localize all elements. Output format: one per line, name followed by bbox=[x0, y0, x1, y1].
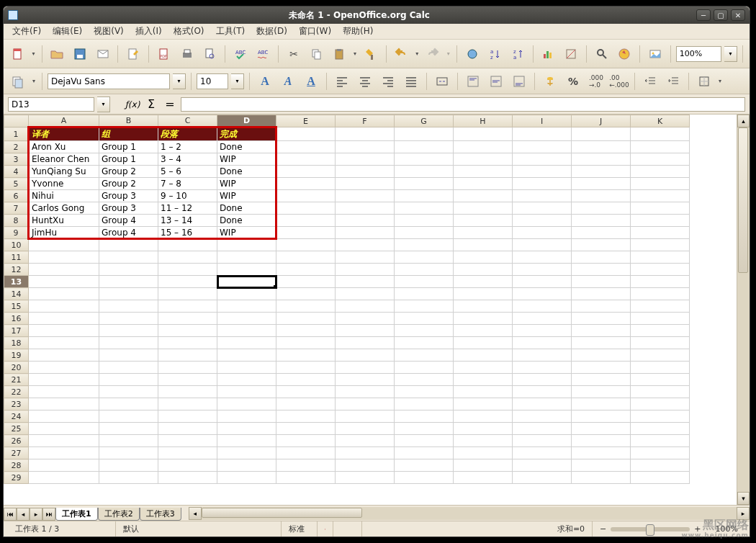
cell-F26[interactable] bbox=[336, 435, 395, 447]
cell-J24[interactable] bbox=[572, 410, 631, 423]
cell-E9[interactable] bbox=[276, 227, 336, 239]
select-all-corner[interactable] bbox=[4, 115, 29, 127]
cell-J10[interactable] bbox=[572, 239, 631, 251]
cell-D27[interactable] bbox=[217, 447, 276, 459]
cell-A22[interactable] bbox=[29, 386, 99, 398]
cell-K13[interactable] bbox=[631, 276, 690, 288]
cell-C26[interactable] bbox=[158, 435, 217, 447]
sum-button[interactable]: Σ bbox=[143, 97, 159, 112]
cell-G3[interactable] bbox=[395, 153, 454, 166]
cell-F5[interactable] bbox=[336, 178, 395, 190]
scroll-right-button[interactable]: ▸ bbox=[737, 507, 750, 520]
formula-input[interactable] bbox=[181, 97, 745, 112]
cell-E17[interactable] bbox=[276, 325, 336, 337]
cell-A28[interactable] bbox=[29, 459, 99, 472]
cell-H5[interactable] bbox=[454, 178, 513, 190]
cell-K16[interactable] bbox=[631, 313, 690, 325]
cell-B4[interactable]: Group 2 bbox=[99, 166, 158, 178]
cell-K8[interactable] bbox=[631, 215, 690, 227]
row-header-19[interactable]: 19 bbox=[4, 349, 29, 362]
cell-K20[interactable] bbox=[631, 362, 690, 374]
row-header-11[interactable]: 11 bbox=[4, 251, 29, 264]
cell-C7[interactable]: 11 – 12 bbox=[158, 202, 217, 215]
cell-A18[interactable] bbox=[29, 337, 99, 349]
cell-C11[interactable] bbox=[158, 251, 217, 264]
col-header-A[interactable]: A bbox=[29, 115, 99, 127]
cell-I17[interactable] bbox=[513, 325, 572, 337]
cell-I7[interactable] bbox=[513, 202, 572, 215]
cell-D13[interactable] bbox=[217, 276, 276, 288]
cell-H18[interactable] bbox=[454, 337, 513, 349]
cell-C15[interactable] bbox=[158, 300, 217, 313]
cell-J27[interactable] bbox=[572, 447, 631, 459]
cell-D8[interactable]: Done bbox=[217, 215, 276, 227]
cell-K5[interactable] bbox=[631, 178, 690, 190]
cell-D29[interactable] bbox=[217, 472, 276, 484]
cell-G21[interactable] bbox=[395, 374, 454, 386]
cell-I27[interactable] bbox=[513, 447, 572, 459]
row-header-26[interactable]: 26 bbox=[4, 435, 29, 447]
cell-A4[interactable]: YunQiang Su bbox=[29, 166, 99, 178]
tab-prev-button[interactable]: ◂ bbox=[17, 508, 30, 521]
cell-K28[interactable] bbox=[631, 459, 690, 472]
sheet-tab-1[interactable]: 工作表1 bbox=[55, 508, 98, 521]
cell-E6[interactable] bbox=[276, 190, 336, 202]
cell-I10[interactable] bbox=[513, 239, 572, 251]
row-header-22[interactable]: 22 bbox=[4, 386, 29, 398]
cell-K6[interactable] bbox=[631, 190, 690, 202]
row-header-23[interactable]: 23 bbox=[4, 398, 29, 410]
cell-G25[interactable] bbox=[395, 423, 454, 435]
email-button[interactable] bbox=[93, 44, 113, 64]
menu-tools[interactable]: 工具(T) bbox=[210, 24, 251, 39]
cell-C28[interactable] bbox=[158, 459, 217, 472]
cell-E14[interactable] bbox=[276, 288, 336, 300]
zoom-minus-icon[interactable]: − bbox=[600, 524, 606, 534]
status-sig-icon[interactable] bbox=[318, 521, 333, 537]
cell-G4[interactable] bbox=[395, 166, 454, 178]
cell-C4[interactable]: 5 – 6 bbox=[158, 166, 217, 178]
cell-B25[interactable] bbox=[99, 423, 158, 435]
cell-B18[interactable] bbox=[99, 337, 158, 349]
cell-B9[interactable]: Group 4 bbox=[99, 227, 158, 239]
row-header-21[interactable]: 21 bbox=[4, 374, 29, 386]
cell-D16[interactable] bbox=[217, 313, 276, 325]
cell-H29[interactable] bbox=[454, 472, 513, 484]
cell-H8[interactable] bbox=[454, 215, 513, 227]
cell-E27[interactable] bbox=[276, 447, 336, 459]
cell-B26[interactable] bbox=[99, 435, 158, 447]
cell-F25[interactable] bbox=[336, 423, 395, 435]
cell-H13[interactable] bbox=[454, 276, 513, 288]
cell-B22[interactable] bbox=[99, 386, 158, 398]
cell-E20[interactable] bbox=[276, 362, 336, 374]
cell-K19[interactable] bbox=[631, 349, 690, 362]
cell-D3[interactable]: WIP bbox=[217, 153, 276, 166]
cell-H28[interactable] bbox=[454, 459, 513, 472]
cell-H6[interactable] bbox=[454, 190, 513, 202]
cell-B7[interactable]: Group 3 bbox=[99, 202, 158, 215]
cell-B13[interactable] bbox=[99, 276, 158, 288]
cell-A24[interactable] bbox=[29, 410, 99, 423]
font-size-input[interactable]: 10 bbox=[197, 73, 228, 89]
align-left-button[interactable] bbox=[332, 71, 352, 91]
cell-A19[interactable] bbox=[29, 349, 99, 362]
cell-E16[interactable] bbox=[276, 313, 336, 325]
italic-button[interactable]: A bbox=[278, 71, 298, 91]
row-header-6[interactable]: 6 bbox=[4, 190, 29, 202]
menu-format[interactable]: 格式(O) bbox=[168, 24, 210, 39]
cell-J26[interactable] bbox=[572, 435, 631, 447]
cell-F11[interactable] bbox=[336, 251, 395, 264]
row-header-10[interactable]: 10 bbox=[4, 239, 29, 251]
edit-file-button[interactable] bbox=[123, 44, 143, 64]
cell-J25[interactable] bbox=[572, 423, 631, 435]
cell-B23[interactable] bbox=[99, 398, 158, 410]
cell-I24[interactable] bbox=[513, 410, 572, 423]
cell-J13[interactable] bbox=[572, 276, 631, 288]
align-center-button[interactable] bbox=[355, 71, 375, 91]
number-format-button[interactable]: .000→.0 bbox=[586, 71, 606, 91]
cell-D12[interactable] bbox=[217, 264, 276, 276]
cell-D7[interactable]: Done bbox=[217, 202, 276, 215]
cell-H23[interactable] bbox=[454, 398, 513, 410]
cell-I23[interactable] bbox=[513, 398, 572, 410]
cell-B14[interactable] bbox=[99, 288, 158, 300]
cell-E23[interactable] bbox=[276, 398, 336, 410]
